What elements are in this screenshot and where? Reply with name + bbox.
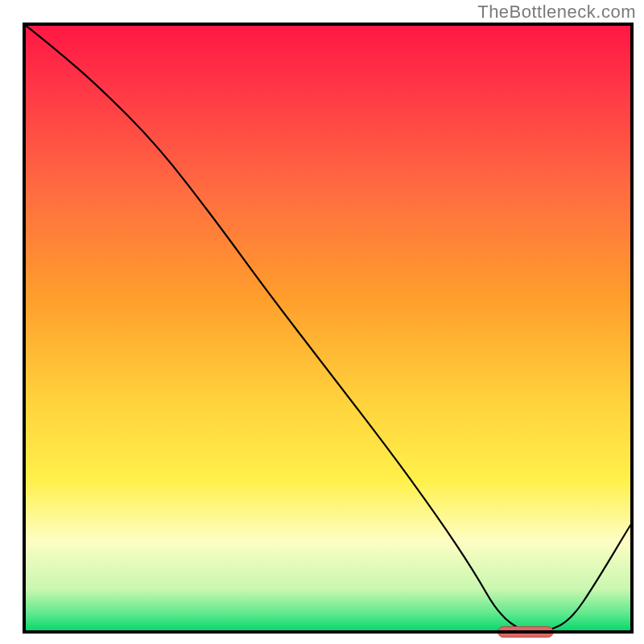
watermark-text: TheBottleneck.com [477, 2, 636, 23]
chart-frame: TheBottleneck.com [0, 0, 644, 644]
bottleneck-chart [0, 0, 644, 644]
plot-area [24, 24, 632, 638]
gradient-background [24, 24, 632, 632]
